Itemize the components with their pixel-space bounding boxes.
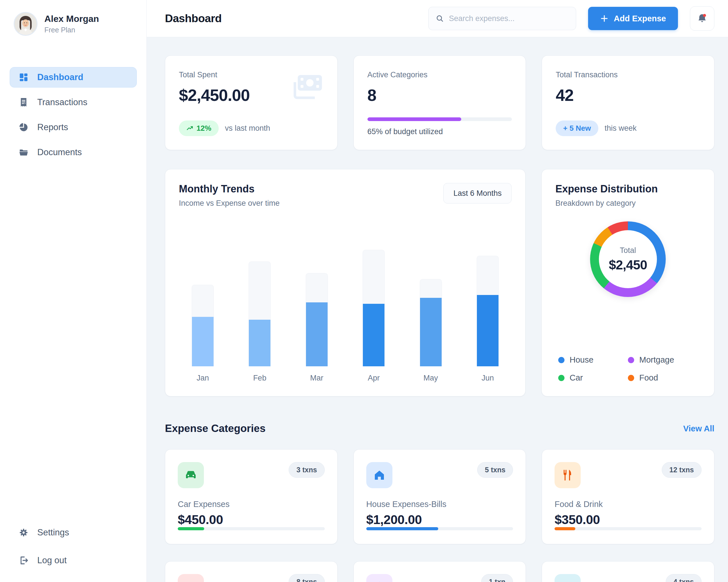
income-track-bar [420,279,442,366]
legend-dot [558,357,565,363]
sidebar-item-label: Log out [37,555,67,565]
sidebar-item-label: Settings [37,527,69,538]
category-icon-tile [554,574,581,582]
monthly-trends-header: Monthly Trends Income vs Expense over ti… [179,183,512,208]
notifications-button[interactable] [690,6,714,31]
categories-grid: 3 txns Car Expenses $450.00 5 txns [165,449,714,582]
month-label: Apr [368,374,380,383]
category-card-top: 1 txn [366,574,513,582]
page-title: Dashboard [165,12,222,25]
stat-card-total-spent: Total Spent $2,450.00 12% vs last month [165,55,338,150]
category-amount: $1,200.00 [366,512,513,527]
categories-header: Expense Categories View All [165,422,714,435]
car-icon [184,468,198,482]
month-label: May [423,374,438,383]
expense-bar [363,304,385,366]
category-card-house[interactable]: 5 txns House Expenses-Bills $1,200.00 [354,449,526,544]
sidebar-item-label: Transactions [37,97,87,107]
expense-bar [420,298,442,366]
banknote-icon [291,70,325,104]
bell-icon [697,13,708,24]
income-track-bar [192,285,214,366]
topbar-actions: Add Expense [428,6,714,31]
budget-progress-track [367,117,512,121]
trend-column-jun: Jun [471,244,505,383]
donut-total-value: $2,450 [609,257,647,273]
legend-label: House [570,355,594,365]
month-label: Jun [482,374,494,383]
add-expense-button[interactable]: Add Expense [588,7,678,30]
search-box [428,7,576,30]
charts-row: Monthly Trends Income vs Expense over ti… [165,169,714,396]
trend-column-feb: Feb [242,244,277,383]
bank-icon [372,580,386,582]
sidebar-item-dashboard[interactable]: Dashboard [10,67,137,87]
stat-card-active-categories: Active Categories 8 65% of budget utiliz… [354,55,526,150]
category-name: Car Expenses [178,500,325,509]
stats-row: Total Spent $2,450.00 12% vs last month … [165,55,714,150]
stat-value: 8 [367,86,512,105]
folder-icon [19,147,29,158]
category-card-shopping[interactable]: 4 txns [542,561,714,582]
cigarette-icon [184,580,198,582]
category-card-car[interactable]: 3 txns Car Expenses $450.00 [165,449,338,544]
category-card-top: 3 txns [178,462,325,488]
category-icon-tile [366,574,392,582]
budget-progress-fill [367,117,462,121]
donut-center: Total $2,450 [599,230,657,288]
search-input[interactable] [449,14,569,23]
sidebar-item-label: Dashboard [37,72,83,82]
view-all-link[interactable]: View All [683,424,714,433]
stat-label: Total Transactions [556,71,700,79]
distribution-titles: Expense Distribution Breakdown by catego… [555,183,700,208]
txn-count-badge: 5 txns [477,462,513,478]
expense-bar [249,320,270,366]
profile-name: Alex Morgan [44,13,99,24]
category-icon-tile [366,462,392,488]
stat-label: Active Categories [367,71,512,79]
legend-label: Car [570,373,583,383]
trending-up-icon [186,125,194,132]
category-progress-track [366,527,513,530]
income-track-bar [249,261,271,366]
legend-dot [628,375,634,381]
sidebar-item-transactions[interactable]: Transactions [10,92,137,113]
stat-value: 42 [556,86,700,105]
sidebar-item-documents[interactable]: Documents [10,142,137,163]
donut-area: Total $2,450 [555,221,700,297]
category-card-food[interactable]: 12 txns Food & Drink $350.00 [542,449,714,544]
plus-icon [600,14,608,23]
trend-column-apr: Apr [357,244,391,383]
category-progress-track [178,527,325,530]
sidebar-item-label: Reports [37,122,68,133]
category-card-smoking[interactable]: 8 txns [165,561,338,582]
sidebar-item-logout[interactable]: Log out [10,550,137,571]
category-name: Food & Drink [554,500,702,509]
stat-note: vs last month [225,124,270,133]
txn-count-badge: 12 txns [662,462,702,478]
expense-bar [192,317,213,366]
range-selector-button[interactable]: Last 6 Months [443,183,512,203]
category-amount: $350.00 [554,512,702,527]
sidebar-item-reports[interactable]: Reports [10,117,137,138]
category-progress-track [554,527,702,530]
search-icon [436,14,444,23]
month-label: Jan [197,374,209,383]
categories-heading: Expense Categories [165,422,266,435]
utensils-icon [561,468,574,482]
legend-item-house: House [558,355,628,365]
category-card-top: 12 txns [554,462,702,488]
sidebar-footer: Settings Log out [10,522,137,571]
chart-title: Monthly Trends [179,183,280,195]
month-label: Feb [253,374,266,383]
category-card-bank[interactable]: 1 txn [354,561,526,582]
shopping-cart-icon [561,580,574,582]
stat-footer: 12% vs last month [179,120,323,136]
category-card-top: 4 txns [554,574,702,582]
monthly-trends-titles: Monthly Trends Income vs Expense over ti… [179,183,280,208]
income-track-bar [477,256,499,366]
chart-subtitle: Breakdown by category [555,199,700,208]
legend-label: Food [639,373,658,383]
stat-note: this week [604,124,637,133]
sidebar-item-settings[interactable]: Settings [10,522,137,543]
